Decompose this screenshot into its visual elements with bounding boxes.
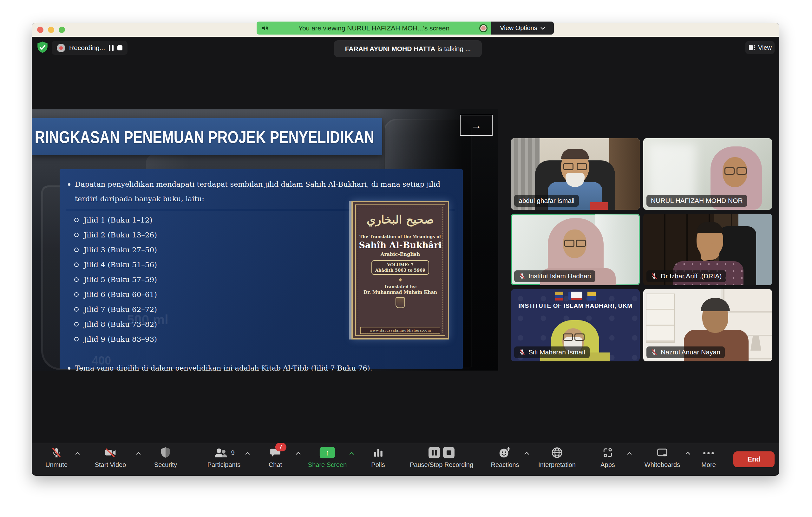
glasses-icon [563,333,573,341]
participant-name-label: Dr Izhar Ariff (DRIA) [646,270,726,282]
participant-tile[interactable]: Nazrul Anuar Nayan [643,289,772,361]
bullet-circle-icon [74,233,79,237]
participant-tile[interactable]: abdul ghafar ismail [511,138,640,210]
glasses-icon [563,163,574,170]
end-button[interactable]: End [733,451,775,467]
book-title: Sahîh Al-Bukhâri [359,240,441,250]
interpretation-button[interactable]: Interpretation [538,446,576,468]
pause-recording-button[interactable] [109,45,114,51]
red-object [590,202,608,210]
book-translated-by: Translated by: [384,284,416,289]
stop-recording-icon [443,447,455,458]
meeting-secure-shield-icon [36,41,49,55]
participant-name-label: abdul ghafar ismail [514,195,579,207]
ornament-icon: ❖ [398,277,403,282]
glasses-icon [736,168,747,175]
gallery-view-icon [748,44,755,51]
view-options-button[interactable]: View Options [491,22,554,35]
whiteboards-button[interactable]: Whiteboards [644,446,680,468]
participant-tile active-speaker[interactable]: Institut Islam Hadhari [511,214,640,285]
mic-off-icon [651,349,658,356]
apps-button[interactable]: Apps [601,446,615,468]
beaker-volume-label: 500 ml [127,312,168,328]
video-options-chevron[interactable] [136,451,141,456]
view-button[interactable]: View [745,41,775,54]
beaker-volume-label: 400 [92,354,111,367]
publisher-logo-icon [396,297,405,308]
fullscreen-window-button[interactable] [59,27,65,33]
whiteboards-options-chevron[interactable] [685,451,691,456]
bullet-dot-icon [68,367,70,370]
talking-indicator: FARAH AYUNI MOHD HATTA is talking ... [334,40,482,57]
speaker-icon [261,24,269,32]
participants-button[interactable]: 9 Participants [207,446,241,468]
participants-count: 9 [231,449,234,456]
chat-button[interactable]: 7 Chat [269,446,282,468]
wall-posters [646,294,675,343]
participant-hair [561,149,589,159]
book-arabic-title: صحيح البخاري [367,213,434,226]
ukm-logos [555,292,596,301]
bullet-circle-icon [74,307,79,312]
slide-title: RINGKASAN PENEMUAN PROJEK PENYELIDIKAN [32,127,374,147]
slide-title-banner: RINGKASAN PENEMUAN PROJEK PENYELIDIKAN [32,118,382,155]
recording-label: Recording... [69,44,105,52]
recording-dot-icon [57,44,65,52]
bullet-circle-icon [74,292,79,297]
book-volume-box: VOLUME: 7 Ahâdith 5063 to 5969 [371,260,429,275]
globe-icon [551,447,563,459]
book-website: www.darussalampublishers.com [360,327,440,334]
security-button[interactable]: Security [154,446,177,468]
glasses-icon [564,240,574,247]
bullet-circle-icon [74,218,79,222]
glasses-icon [724,168,734,175]
unmute-options-chevron[interactable] [75,451,80,456]
view-options-label: View Options [500,24,537,32]
pause-icon [109,45,114,51]
share-options-chevron[interactable] [349,451,354,456]
participant-name-label: Nazrul Anuar Nayan [646,346,725,358]
talking-speaker-name: FARAH AYUNI MOHD HATTA [345,45,435,53]
bullet-circle-icon [74,322,79,327]
start-video-button[interactable]: Start Video [95,446,126,468]
close-window-button[interactable] [37,27,44,33]
book-cover: صحيح البخاري The Translation of the Mean… [351,201,449,339]
mic-muted-icon [51,447,62,459]
polls-bar-chart-icon [373,447,383,458]
slide-bullet-line: Tema yang dipilih di dalam penyelidikan … [67,361,453,370]
reactions-smiley-icon [499,447,511,459]
participant-tile[interactable]: NURUL HAFIZAH MOHD NOR [643,138,772,210]
participant-name-label: Institut Islam Hadhari [514,270,596,282]
glasses-icon [577,163,587,170]
apps-options-chevron[interactable] [627,451,632,456]
chat-options-chevron[interactable] [296,451,301,456]
bullet-circle-icon [74,277,79,282]
participants-options-chevron[interactable] [245,451,250,456]
shared-screen: 500 ml 400 RINGKASAN PENEMUAN PROJEK PEN… [32,109,498,370]
talking-suffix: is talking ... [437,45,471,53]
next-slide-button[interactable]: → [460,115,493,136]
reactions-options-chevron[interactable] [524,451,529,456]
mic-off-icon [519,349,526,356]
mic-off-icon [519,273,526,280]
bullet-dot-icon [68,183,70,186]
pause-stop-recording-button[interactable]: Pause/Stop Recording [410,446,473,468]
minimize-window-button[interactable] [48,27,54,33]
pause-recording-icon [429,447,440,458]
stop-recording-button[interactable] [117,45,122,51]
slide-bullet-line: Dapatan penyelidikan mendapati terdapat … [67,177,453,191]
bullet-circle-icon [74,337,79,341]
participant-tile[interactable]: INSTITUTE OF ISLAM HADHARI, UKM Siti Mah… [511,289,640,361]
polls-button[interactable]: Polls [371,446,385,468]
bullet-circle-icon [74,248,79,252]
participant-name-label: Siti Maheran Ismail [514,346,590,358]
unmute-button[interactable]: Unmute [46,446,67,468]
apps-icon [602,447,613,458]
stop-icon [117,45,122,51]
reactions-button[interactable]: Reactions [491,446,519,468]
participant-tile[interactable]: Dr Izhar Ariff (DRIA) [643,214,772,285]
book-translator: Dr. Muhammad Muhsin Khan [364,290,437,295]
more-button[interactable]: More [701,446,716,468]
share-banner-message: You are viewing NURUL HAFIZAH MOH...'s s… [269,24,479,32]
share-screen-button[interactable]: ↑ Share Screen [308,446,347,468]
